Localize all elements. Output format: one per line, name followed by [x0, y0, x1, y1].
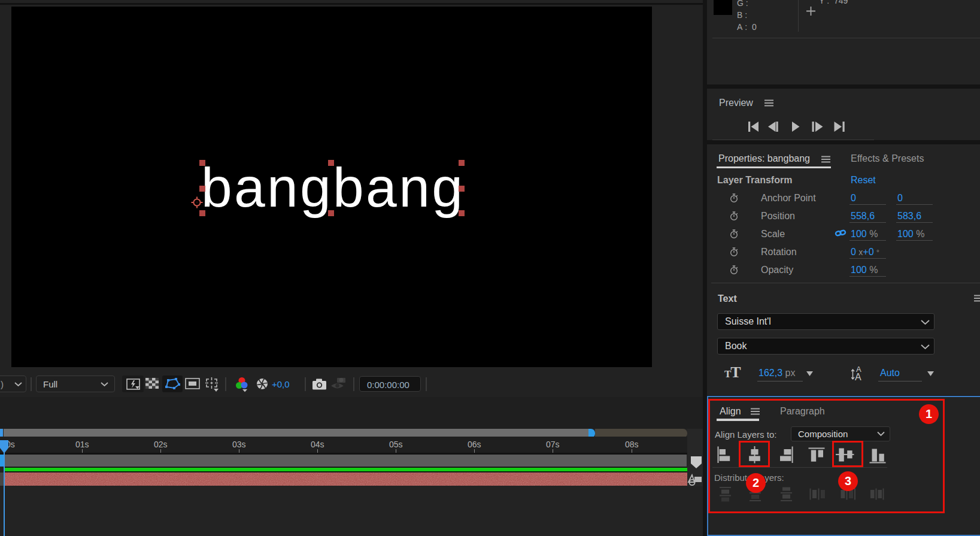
svg-text:A: A: [855, 372, 861, 381]
